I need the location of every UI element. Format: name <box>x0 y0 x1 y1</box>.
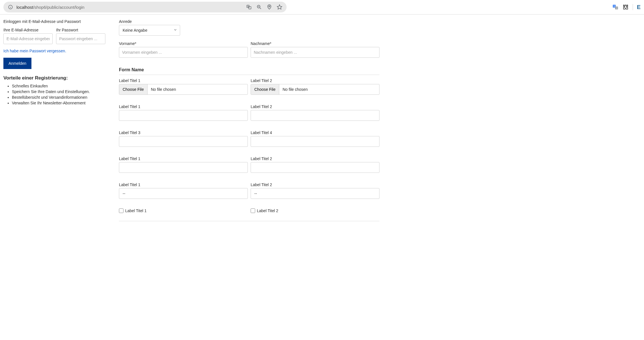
svg-line-6 <box>260 8 261 9</box>
text5-input[interactable] <box>119 162 248 173</box>
email-input[interactable] <box>3 33 53 44</box>
salutation-label: Anrede <box>119 19 180 24</box>
location-icon[interactable] <box>266 4 272 10</box>
text5-label: Label Titel 1 <box>119 156 248 161</box>
file1-choose-button[interactable]: Choose File <box>119 84 148 94</box>
register-panel: Anrede Keine Angabe Vorname* Nachname* F… <box>119 19 379 221</box>
login-submit-button[interactable]: Anmelden <box>3 58 31 69</box>
url-bar[interactable]: localhost/shop6/public/account/login <box>3 2 287 12</box>
text6-label: Label Titel 2 <box>251 156 379 161</box>
bookmark-star-icon[interactable] <box>276 4 283 10</box>
file2-label: Label Titel 2 <box>251 78 379 83</box>
check1-label: Label Titel 1 <box>125 208 147 213</box>
check1-checkbox[interactable] <box>119 208 123 213</box>
text4-input[interactable] <box>251 136 379 147</box>
password-input[interactable] <box>56 33 105 44</box>
text3-input[interactable] <box>119 136 248 147</box>
text2-input[interactable] <box>251 110 379 121</box>
advantage-item: Schnelles Einkaufen <box>12 84 105 88</box>
svg-text:G: G <box>613 5 615 7</box>
page-content: Einloggen mit E-Mail-Adresse und Passwor… <box>0 14 644 233</box>
advantage-item: Speichern Sie Ihre Daten und Einstellung… <box>12 89 105 94</box>
file2-status: No file chosen <box>279 84 311 94</box>
select1-label: Label Titel 1 <box>119 182 248 187</box>
file1-status: No file chosen <box>148 84 180 94</box>
file2-input[interactable]: Choose File No file chosen <box>251 84 379 95</box>
login-title: Einloggen mit E-Mail-Adresse und Passwor… <box>3 19 105 24</box>
text4-label: Label Titel 4 <box>251 130 379 135</box>
text6-input[interactable] <box>251 162 379 173</box>
translate-icon[interactable] <box>246 4 252 10</box>
url-text: localhost/shop6/public/account/login <box>16 5 84 10</box>
advantage-item: Bestellübersicht und Versandinformatione… <box>12 95 105 100</box>
separator <box>633 4 633 10</box>
text3-label: Label Titel 3 <box>119 130 248 135</box>
extension-e-icon[interactable]: E <box>637 4 641 10</box>
svg-point-8 <box>269 6 270 7</box>
url-host: localhost <box>16 5 33 10</box>
select2-input[interactable]: -- <box>251 188 379 199</box>
firstname-label: Vorname* <box>119 41 248 46</box>
svg-text:文: 文 <box>616 7 617 9</box>
browser-toolbar: localhost/shop6/public/account/login G文 <box>0 0 644 14</box>
url-bar-actions <box>246 4 283 10</box>
text1-input[interactable] <box>119 110 248 121</box>
zoom-out-icon[interactable] <box>256 4 262 10</box>
advantage-item: Verwalten Sie Ihr Newsletter-Abonnement <box>12 101 105 105</box>
text1-label: Label Titel 1 <box>119 104 248 109</box>
text2-label: Label Titel 2 <box>251 104 379 109</box>
salutation-select[interactable]: Keine Angabe <box>119 25 180 36</box>
divider <box>119 75 379 75</box>
svg-marker-9 <box>277 5 282 9</box>
lastname-input[interactable] <box>251 47 379 58</box>
select2-label: Label Titel 2 <box>251 182 379 187</box>
divider <box>119 221 379 221</box>
login-panel: Einloggen mit E-Mail-Adresse und Passwor… <box>3 19 105 221</box>
check2-checkbox[interactable] <box>251 208 255 213</box>
email-label: Ihre E-Mail-Adresse <box>3 28 53 32</box>
advantages-list: Schnelles Einkaufen Speichern Sie Ihre D… <box>3 84 105 105</box>
browser-extensions: G文 E <box>612 4 641 10</box>
site-info-icon[interactable] <box>7 4 14 10</box>
firstname-input[interactable] <box>119 47 248 58</box>
lastname-label: Nachname* <box>251 41 379 46</box>
extensions-puzzle-icon[interactable] <box>622 4 629 10</box>
url-path: /shop6/public/account/login <box>33 5 84 10</box>
google-translate-ext-icon[interactable]: G文 <box>612 4 619 10</box>
file2-choose-button[interactable]: Choose File <box>251 84 279 94</box>
password-label: Ihr Passwort <box>56 28 105 32</box>
check2-label: Label Titel 2 <box>257 208 278 213</box>
custom-form-grid: Label Titel 1 Choose File No file chosen… <box>119 78 379 213</box>
file1-input[interactable]: Choose File No file chosen <box>119 84 248 95</box>
forgot-password-link[interactable]: Ich habe mein Passwort vergessen. <box>3 49 66 53</box>
select1-input[interactable]: -- <box>119 188 248 199</box>
form-name-title: Form Name <box>119 67 379 72</box>
file1-label: Label Titel 1 <box>119 78 248 83</box>
advantages-title: Vorteile einer Registrierung: <box>3 75 105 81</box>
